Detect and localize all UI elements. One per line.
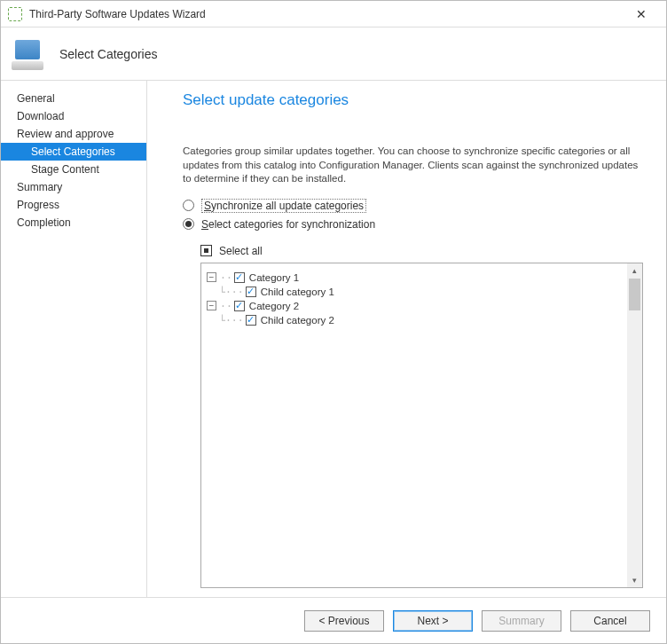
radio-sync-all-label: Synchronize all update categories <box>201 199 366 213</box>
tree-node[interactable]: −··Category 1 <box>207 271 622 285</box>
computer-icon <box>12 38 47 70</box>
page-title: Select update categories <box>183 91 643 109</box>
app-icon <box>8 7 22 21</box>
radio-icon <box>183 200 194 211</box>
radio-sync-all[interactable]: Synchronize all update categories <box>183 199 643 213</box>
wizard-window: Third-Party Software Updates Wizard ✕ Se… <box>0 0 667 644</box>
tree-node-label: Child category 1 <box>261 287 334 297</box>
scrollbar-vertical[interactable]: ▴ ▾ <box>627 263 642 587</box>
nav-item[interactable]: Download <box>1 107 146 125</box>
nav-item[interactable]: Progress <box>1 196 146 214</box>
previous-button[interactable]: < Previous <box>304 610 384 632</box>
tree-node-label: Category 1 <box>249 272 299 283</box>
radio-icon <box>183 218 194 230</box>
close-button[interactable]: ✕ <box>624 7 659 21</box>
wizard-footer: < Previous Next > Summary Cancel <box>1 597 666 643</box>
radio-select-categories[interactable]: Select categories for synchronization <box>183 218 643 231</box>
radio-select-categories-label: Select categories for synchronization <box>201 218 375 231</box>
scroll-track[interactable] <box>627 279 642 572</box>
collapse-icon[interactable]: − <box>207 272 216 282</box>
collapse-icon[interactable]: − <box>207 301 216 310</box>
step-label: Select Categories <box>59 47 158 61</box>
nav-item[interactable]: Summary <box>1 178 146 196</box>
category-tree[interactable]: −··Category 1└···Child category 1−··Cate… <box>201 263 627 587</box>
nav-item[interactable]: Stage Content <box>1 161 146 178</box>
summary-button: Summary <box>482 610 561 632</box>
nav-item[interactable]: Select Categories <box>1 143 146 161</box>
checkbox-icon[interactable] <box>234 301 245 311</box>
wizard-content: Select update categories Categories grou… <box>147 81 666 597</box>
title-bar: Third-Party Software Updates Wizard ✕ <box>1 1 666 27</box>
checkbox-icon[interactable] <box>246 315 256 326</box>
nav-item[interactable]: Review and approve <box>1 125 146 143</box>
scroll-up-icon[interactable]: ▴ <box>627 263 642 279</box>
nav-item[interactable]: Completion <box>1 214 146 232</box>
tree-child-node[interactable]: └···Child category 1 <box>207 285 622 299</box>
checkbox-indeterminate-icon <box>200 245 212 256</box>
tree-node[interactable]: −··Category 2 <box>207 299 622 313</box>
tree-node-label: Child category 2 <box>261 315 334 326</box>
category-tree-box: −··Category 1└···Child category 1−··Cate… <box>200 263 643 588</box>
wizard-nav: GeneralDownloadReview and approveSelect … <box>1 81 147 597</box>
window-title: Third-Party Software Updates Wizard <box>29 8 624 20</box>
checkbox-icon[interactable] <box>246 287 256 297</box>
nav-item[interactable]: General <box>1 90 146 107</box>
next-button[interactable]: Next > <box>393 610 473 632</box>
cancel-button[interactable]: Cancel <box>570 610 650 632</box>
tree-child-node[interactable]: └···Child category 2 <box>207 313 622 327</box>
wizard-body: GeneralDownloadReview and approveSelect … <box>1 81 666 597</box>
scroll-down-icon[interactable]: ▾ <box>627 572 642 587</box>
tree-node-label: Category 2 <box>249 301 299 311</box>
scroll-thumb[interactable] <box>629 279 640 310</box>
select-all-label: Select all <box>219 245 263 257</box>
wizard-header: Select Categories <box>1 27 666 81</box>
checkbox-icon[interactable] <box>234 272 245 283</box>
select-all-row[interactable]: Select all <box>200 245 643 257</box>
page-description: Categories group similar updates togethe… <box>183 145 643 186</box>
